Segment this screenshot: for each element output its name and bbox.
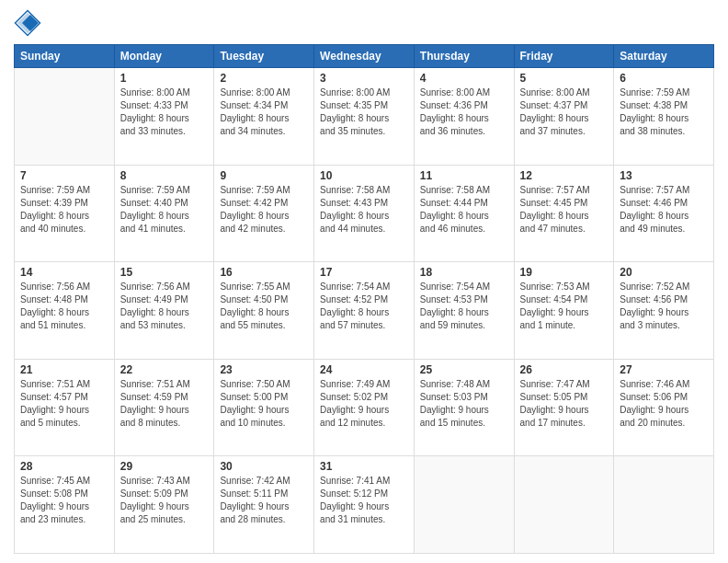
calendar-day-cell: 18Sunrise: 7:54 AMSunset: 4:53 PMDayligh… (414, 262, 514, 360)
day-info: Sunrise: 7:43 AMSunset: 5:09 PMDaylight:… (120, 475, 209, 526)
day-info: Sunrise: 7:54 AMSunset: 4:53 PMDaylight:… (420, 281, 508, 332)
calendar-day-header: Tuesday (214, 45, 314, 68)
day-info: Sunrise: 7:56 AMSunset: 4:49 PMDaylight:… (120, 281, 209, 332)
day-number: 10 (320, 169, 408, 182)
calendar-day-cell: 8Sunrise: 7:59 AMSunset: 4:40 PMDaylight… (114, 165, 214, 262)
day-info: Sunrise: 7:58 AMSunset: 4:44 PMDaylight:… (420, 184, 508, 236)
day-number: 27 (620, 363, 708, 376)
calendar-day-cell: 22Sunrise: 7:51 AMSunset: 4:59 PMDayligh… (114, 359, 214, 456)
day-number: 29 (120, 460, 209, 473)
calendar-day-cell: 16Sunrise: 7:55 AMSunset: 4:50 PMDayligh… (214, 262, 314, 360)
calendar-day-header: Thursday (414, 45, 514, 68)
calendar-day-cell: 25Sunrise: 7:48 AMSunset: 5:03 PMDayligh… (414, 359, 514, 456)
calendar-day-cell: 28Sunrise: 7:45 AMSunset: 5:08 PMDayligh… (15, 456, 115, 554)
calendar-day-header: Wednesday (314, 45, 415, 68)
calendar-day-header: Sunday (15, 45, 115, 68)
day-number: 28 (20, 460, 108, 473)
day-number: 2 (220, 72, 308, 85)
day-number: 1 (120, 72, 209, 85)
day-info: Sunrise: 7:57 AMSunset: 4:46 PMDaylight:… (620, 184, 708, 236)
calendar-day-cell: 29Sunrise: 7:43 AMSunset: 5:09 PMDayligh… (114, 456, 214, 554)
calendar-day-cell: 17Sunrise: 7:54 AMSunset: 4:52 PMDayligh… (314, 262, 415, 360)
calendar-week-row: 21Sunrise: 7:51 AMSunset: 4:57 PMDayligh… (15, 359, 714, 456)
calendar-day-cell: 4Sunrise: 8:00 AMSunset: 4:36 PMDaylight… (414, 68, 514, 166)
calendar-day-cell: 6Sunrise: 7:59 AMSunset: 4:38 PMDaylight… (614, 68, 714, 166)
day-info: Sunrise: 7:57 AMSunset: 4:45 PMDaylight:… (520, 184, 609, 236)
calendar-week-row: 7Sunrise: 7:59 AMSunset: 4:39 PMDaylight… (15, 165, 714, 262)
calendar-day-cell (15, 68, 115, 166)
calendar-day-cell: 20Sunrise: 7:52 AMSunset: 4:56 PMDayligh… (614, 262, 714, 360)
calendar-day-header: Monday (114, 45, 214, 68)
day-number: 3 (320, 72, 408, 85)
calendar-week-row: 1Sunrise: 8:00 AMSunset: 4:33 PMDaylight… (15, 68, 714, 166)
day-number: 16 (220, 266, 308, 279)
day-number: 11 (420, 169, 508, 182)
day-info: Sunrise: 7:59 AMSunset: 4:40 PMDaylight:… (120, 184, 209, 236)
day-info: Sunrise: 7:49 AMSunset: 5:02 PMDaylight:… (320, 378, 408, 430)
day-info: Sunrise: 7:59 AMSunset: 4:42 PMDaylight:… (220, 184, 308, 236)
day-info: Sunrise: 7:50 AMSunset: 5:00 PMDaylight:… (220, 378, 308, 430)
calendar-day-header: Saturday (614, 45, 714, 68)
calendar-day-cell: 19Sunrise: 7:53 AMSunset: 4:54 PMDayligh… (514, 262, 614, 360)
day-info: Sunrise: 7:41 AMSunset: 5:12 PMDaylight:… (320, 475, 408, 526)
day-number: 12 (520, 169, 609, 182)
calendar-day-cell: 2Sunrise: 8:00 AMSunset: 4:34 PMDaylight… (214, 68, 314, 166)
day-info: Sunrise: 7:59 AMSunset: 4:38 PMDaylight:… (620, 86, 708, 138)
day-info: Sunrise: 7:58 AMSunset: 4:43 PMDaylight:… (320, 184, 408, 236)
calendar-day-cell: 1Sunrise: 8:00 AMSunset: 4:33 PMDaylight… (114, 68, 214, 166)
day-number: 15 (120, 266, 209, 279)
day-info: Sunrise: 8:00 AMSunset: 4:36 PMDaylight:… (420, 86, 508, 138)
day-info: Sunrise: 7:51 AMSunset: 4:57 PMDaylight:… (20, 378, 108, 430)
day-info: Sunrise: 7:48 AMSunset: 5:03 PMDaylight:… (420, 378, 508, 430)
calendar-week-row: 14Sunrise: 7:56 AMSunset: 4:48 PMDayligh… (15, 262, 714, 360)
page: SundayMondayTuesdayWednesdayThursdayFrid… (0, 0, 728, 563)
day-info: Sunrise: 7:52 AMSunset: 4:56 PMDaylight:… (620, 281, 708, 332)
calendar-day-cell: 13Sunrise: 7:57 AMSunset: 4:46 PMDayligh… (614, 165, 714, 262)
calendar-day-cell: 24Sunrise: 7:49 AMSunset: 5:02 PMDayligh… (314, 359, 415, 456)
day-info: Sunrise: 8:00 AMSunset: 4:37 PMDaylight:… (520, 86, 609, 138)
day-number: 26 (520, 363, 609, 376)
day-info: Sunrise: 8:00 AMSunset: 4:34 PMDaylight:… (220, 86, 308, 138)
day-info: Sunrise: 7:45 AMSunset: 5:08 PMDaylight:… (20, 475, 108, 526)
calendar-day-cell: 12Sunrise: 7:57 AMSunset: 4:45 PMDayligh… (514, 165, 614, 262)
calendar-day-cell: 3Sunrise: 8:00 AMSunset: 4:35 PMDaylight… (314, 68, 415, 166)
day-number: 14 (20, 266, 108, 279)
day-info: Sunrise: 7:42 AMSunset: 5:11 PMDaylight:… (220, 475, 308, 526)
day-number: 5 (520, 72, 609, 85)
day-info: Sunrise: 8:00 AMSunset: 4:33 PMDaylight:… (120, 86, 209, 138)
day-info: Sunrise: 8:00 AMSunset: 4:35 PMDaylight:… (320, 86, 408, 138)
calendar-week-row: 28Sunrise: 7:45 AMSunset: 5:08 PMDayligh… (15, 456, 714, 554)
day-number: 24 (320, 363, 408, 376)
calendar-day-cell (614, 456, 714, 554)
calendar-day-cell (514, 456, 614, 554)
calendar-day-cell: 11Sunrise: 7:58 AMSunset: 4:44 PMDayligh… (414, 165, 514, 262)
day-number: 19 (520, 266, 609, 279)
calendar-day-cell: 14Sunrise: 7:56 AMSunset: 4:48 PMDayligh… (15, 262, 115, 360)
day-number: 9 (220, 169, 308, 182)
calendar-day-cell: 27Sunrise: 7:46 AMSunset: 5:06 PMDayligh… (614, 359, 714, 456)
calendar-day-cell: 10Sunrise: 7:58 AMSunset: 4:43 PMDayligh… (314, 165, 415, 262)
calendar-table: SundayMondayTuesdayWednesdayThursdayFrid… (14, 44, 714, 554)
day-info: Sunrise: 7:59 AMSunset: 4:39 PMDaylight:… (20, 184, 108, 236)
calendar-day-cell: 23Sunrise: 7:50 AMSunset: 5:00 PMDayligh… (214, 359, 314, 456)
day-number: 8 (120, 169, 209, 182)
day-number: 25 (420, 363, 508, 376)
day-info: Sunrise: 7:47 AMSunset: 5:05 PMDaylight:… (520, 378, 609, 430)
day-number: 4 (420, 72, 508, 85)
day-info: Sunrise: 7:56 AMSunset: 4:48 PMDaylight:… (20, 281, 108, 332)
calendar-day-cell: 9Sunrise: 7:59 AMSunset: 4:42 PMDaylight… (214, 165, 314, 262)
day-info: Sunrise: 7:55 AMSunset: 4:50 PMDaylight:… (220, 281, 308, 332)
calendar-day-cell: 31Sunrise: 7:41 AMSunset: 5:12 PMDayligh… (314, 456, 415, 554)
day-number: 13 (620, 169, 708, 182)
day-number: 6 (620, 72, 708, 85)
day-number: 21 (20, 363, 108, 376)
calendar-day-cell: 30Sunrise: 7:42 AMSunset: 5:11 PMDayligh… (214, 456, 314, 554)
logo (14, 9, 45, 37)
day-number: 31 (320, 460, 408, 473)
day-number: 7 (20, 169, 108, 182)
calendar-day-cell: 5Sunrise: 8:00 AMSunset: 4:37 PMDaylight… (514, 68, 614, 166)
calendar-day-cell (414, 456, 514, 554)
day-number: 23 (220, 363, 308, 376)
logo-icon (14, 9, 41, 37)
day-number: 18 (420, 266, 508, 279)
